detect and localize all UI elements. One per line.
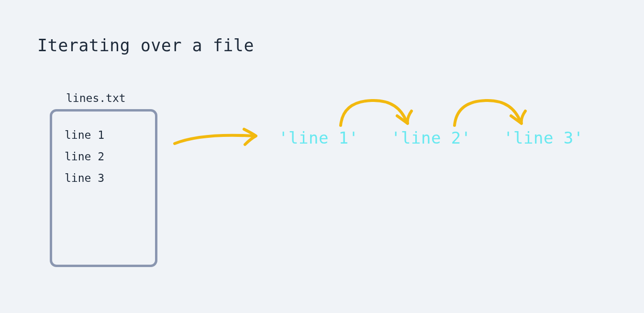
file-content-line: line 3 <box>65 168 143 189</box>
file-name-label: lines.txt <box>66 92 126 104</box>
file-box: line 1 line 2 line 3 <box>50 109 157 267</box>
arrow-icon <box>172 124 263 148</box>
arrow-arc-icon <box>450 96 531 129</box>
diagram-title: Iterating over a file <box>37 36 254 55</box>
arrow-arc-icon <box>336 96 417 129</box>
file-content-line: line 1 <box>65 124 143 146</box>
output-string: 'line 2' <box>391 128 471 147</box>
output-string: 'line 3' <box>503 128 584 147</box>
file-content-line: line 2 <box>65 146 143 168</box>
output-string: 'line 1' <box>278 128 359 147</box>
